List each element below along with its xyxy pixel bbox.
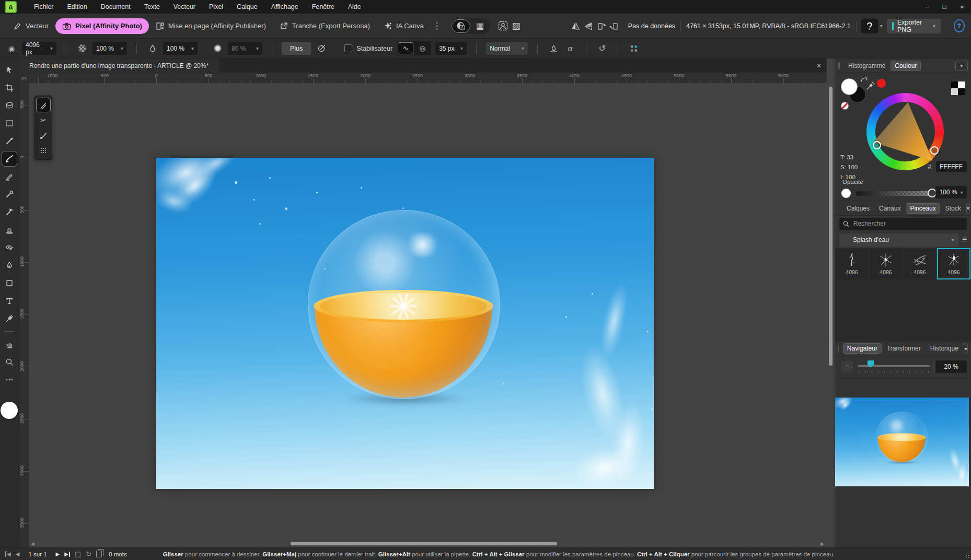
foreground-colour-swatch[interactable] xyxy=(841,78,858,95)
pixel-tool[interactable] xyxy=(2,134,17,148)
horizontal-scroll-thumb[interactable] xyxy=(291,542,557,545)
more-options-icon[interactable]: ⋮ xyxy=(431,18,444,34)
menu-fichier[interactable]: Fichier xyxy=(27,0,61,14)
persona-canva-button[interactable]: IA Canva xyxy=(377,18,431,34)
brush-flow-field[interactable]: 80 %▾ xyxy=(228,42,262,55)
flip-horizontal-button[interactable] xyxy=(569,18,582,34)
scroll-left-icon[interactable]: ◀ xyxy=(31,541,34,546)
healing-brush-tool[interactable] xyxy=(2,240,17,255)
move-tool[interactable] xyxy=(2,63,17,77)
resize-grip[interactable] xyxy=(965,554,969,558)
menu-edition[interactable]: Edition xyxy=(61,0,94,14)
brush-item[interactable]: 4096 xyxy=(869,248,903,279)
panel-menu-button[interactable]: ▾ xyxy=(964,343,968,354)
opacity-slider[interactable] xyxy=(856,191,932,196)
navigator-preview[interactable] xyxy=(835,398,971,486)
persona-pixel-button[interactable]: Pixel (Affinity Photo) xyxy=(55,18,149,34)
search-input[interactable] xyxy=(852,219,963,228)
tab-canaux[interactable]: Canaux xyxy=(875,203,905,214)
panel-menu-button[interactable]: ▾ xyxy=(966,203,970,214)
clone-stamp-tool[interactable] xyxy=(2,223,17,237)
menu-document[interactable]: Document xyxy=(94,0,137,14)
zoom-tool[interactable] xyxy=(2,355,17,369)
tab-stock[interactable]: Stock xyxy=(941,203,965,214)
greyscale-swatches-icon[interactable] xyxy=(951,81,965,95)
pen-variant-tool[interactable] xyxy=(37,98,50,112)
tab-navigateur[interactable]: Navigateur xyxy=(843,343,882,354)
pen-tool[interactable] xyxy=(2,258,17,273)
search-box[interactable] xyxy=(839,218,967,230)
tab-histogramme[interactable]: Histogramme xyxy=(844,61,889,71)
colour-replacement-brush-tool[interactable] xyxy=(2,169,17,184)
brush-category-dropdown[interactable]: Splash d'eau ▾ xyxy=(839,234,959,247)
brush-editor-icon[interactable] xyxy=(315,42,328,55)
rotate-cw-button[interactable] xyxy=(608,18,621,34)
horizontal-scrollbar[interactable]: ◀ ▶ xyxy=(29,540,827,547)
selection-brush-tool[interactable] xyxy=(2,98,17,113)
brush-hardness-field[interactable]: 100 %▾ xyxy=(163,42,198,55)
scroll-right-icon[interactable]: ▶ xyxy=(820,541,824,546)
grid-view-toggle[interactable]: ▦ xyxy=(470,19,489,33)
canvas-viewport[interactable]: ✂ ◀ ▶ xyxy=(29,83,827,547)
vertical-scrollbar[interactable] xyxy=(827,83,835,539)
assistant-chevron-icon[interactable]: ▾ xyxy=(880,23,883,29)
vertical-ruler[interactable]: -500 0 500 1000 1500 2000 2500 3000 3500 xyxy=(19,83,30,547)
panel-grip[interactable] xyxy=(838,345,839,352)
rope-stabiliser-toggle[interactable]: ∿ xyxy=(398,42,413,54)
menu-texte[interactable]: Texte xyxy=(137,0,167,14)
hue-handle[interactable] xyxy=(873,141,881,149)
picked-colour-swatch[interactable] xyxy=(877,79,886,88)
stabiliser-checkbox[interactable] xyxy=(344,44,352,52)
refresh-icon[interactable]: ↻ xyxy=(86,550,91,558)
horizontal-ruler[interactable]: -1000 -500 0 500 1000 1500 2000 2500 300… xyxy=(29,73,827,84)
close-window-button[interactable]: ✕ xyxy=(953,0,971,14)
menu-aide[interactable]: Aide xyxy=(341,0,368,14)
menu-pixel[interactable]: Pixel xyxy=(202,0,230,14)
symmetry-reset-icon[interactable]: ↺ xyxy=(596,42,608,55)
panel-grip[interactable] xyxy=(838,62,840,69)
tab-transformer[interactable]: Transformer xyxy=(883,343,925,354)
wet-edges-icon[interactable] xyxy=(547,42,560,55)
rectangle-tool[interactable] xyxy=(2,276,17,290)
colour-picker-icon[interactable] xyxy=(865,80,876,91)
zoom-value-field[interactable]: 20 % xyxy=(935,360,967,373)
assistant-button[interactable] xyxy=(861,19,877,33)
texture-fill-button[interactable]: ▨ xyxy=(510,18,523,34)
paint-brush-tool[interactable] xyxy=(2,151,17,166)
brush-variant-tool[interactable] xyxy=(37,129,50,142)
brush-width-field[interactable]: 4096 px▾ xyxy=(22,42,56,55)
menu-affichage[interactable]: Affichage xyxy=(264,0,305,14)
text-tool[interactable] xyxy=(2,294,17,308)
menu-vecteur[interactable]: Vecteur xyxy=(167,0,202,14)
menu-calque[interactable]: Calque xyxy=(230,0,264,14)
brush-item-selected[interactable]: 4096 xyxy=(937,248,971,279)
marquee-tool[interactable] xyxy=(2,116,17,131)
colour-picker-tool[interactable] xyxy=(2,311,17,326)
brush-item[interactable]: 4096 xyxy=(903,248,937,279)
zoom-out-button[interactable]: − xyxy=(841,361,853,372)
brush-list-view-button[interactable]: ≡ xyxy=(962,235,967,244)
paint-mixer-brush-tool[interactable] xyxy=(2,187,17,202)
minimize-button[interactable]: ─ xyxy=(918,0,935,14)
vertical-scroll-thumb[interactable] xyxy=(829,87,833,366)
more-settings-button[interactable]: Plus xyxy=(282,42,311,55)
close-tab-icon[interactable]: ✕ xyxy=(816,62,822,69)
stabiliser-size-field[interactable]: 35 px▾ xyxy=(435,42,467,55)
rotate-ccw-button[interactable] xyxy=(595,18,608,34)
view-tool[interactable] xyxy=(2,337,17,352)
palette-drag-handle[interactable] xyxy=(37,144,50,157)
brush-item[interactable]: 4096 xyxy=(835,248,869,279)
menu-fenetre[interactable]: Fenêtre xyxy=(305,0,341,14)
flip-vertical-button[interactable] xyxy=(582,18,595,34)
no-colour-swatch[interactable] xyxy=(841,102,849,110)
persona-tranche-button[interactable]: Tranche (Export Persona) xyxy=(273,18,377,34)
tab-historique[interactable]: Historique xyxy=(926,343,963,354)
scissors-tool[interactable]: ✂ xyxy=(37,113,50,127)
tab-couleur[interactable]: Couleur xyxy=(891,61,921,71)
select-subject-button[interactable] xyxy=(496,18,510,34)
help-button[interactable]: ? xyxy=(954,19,965,32)
opacity-value-field[interactable]: 100 %▾ xyxy=(935,186,967,199)
previous-page-button[interactable]: ◀ xyxy=(16,551,20,557)
next-page-button[interactable]: ▶ xyxy=(56,551,60,557)
brush-parameters-icon[interactable] xyxy=(628,42,640,55)
